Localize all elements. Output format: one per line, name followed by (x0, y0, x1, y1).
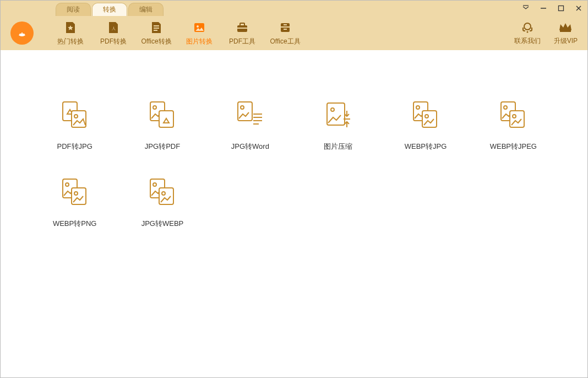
svg-point-43 (504, 106, 507, 109)
menu-icon[interactable] (520, 3, 531, 14)
func-label: JPG转PDF (145, 142, 180, 152)
tab-convert[interactable]: 转换 (92, 3, 127, 16)
func-webp-to-jpeg[interactable]: WEBP转JPEG (472, 100, 554, 152)
jpg-to-word-icon (235, 100, 265, 131)
func-image-compress[interactable]: 图片压缩 (297, 100, 379, 152)
toolbar-label: 热门转换 (57, 37, 84, 46)
toolbar-right: 联系我们 升级VIP (514, 20, 578, 46)
toolbar-office-convert[interactable]: Office转换 (135, 20, 178, 46)
func-jpg-to-webp[interactable]: JPG转WEBP (121, 177, 203, 229)
svg-rect-18 (284, 24, 287, 25)
svg-point-39 (416, 106, 420, 109)
svg-point-30 (241, 106, 244, 109)
func-label: JPG转WEBP (141, 219, 184, 229)
tab-read[interactable]: 阅读 (56, 3, 91, 16)
webp-to-jpeg-icon (498, 100, 529, 131)
toolbar-hot-convert[interactable]: 热门转换 (49, 20, 92, 46)
toolbar-left: 热门转换 人 PDF转换 Office转换 图片转换 PDF工具 Office工… (10, 20, 307, 46)
svg-rect-19 (284, 29, 287, 30)
func-label: 图片压缩 (324, 142, 352, 152)
toolbar-pdf-tool[interactable]: PDF工具 (221, 20, 264, 46)
image-compress-icon (323, 100, 353, 131)
vip-label: 升级VIP (554, 36, 578, 46)
svg-text:人: 人 (112, 26, 116, 31)
toolbar-pdf-convert[interactable]: 人 PDF转换 (92, 20, 135, 46)
svg-rect-17 (281, 26, 290, 28)
maximize-icon[interactable] (556, 3, 567, 14)
func-jpg-to-word[interactable]: JPG转Word (209, 100, 291, 152)
webp-to-png-icon (59, 177, 90, 208)
tab-edit[interactable]: 编辑 (128, 3, 164, 16)
webp-to-jpg-icon (410, 100, 441, 131)
svg-point-6 (23, 33, 24, 34)
toolbar-label: Office工具 (270, 37, 300, 46)
toolbar-label: Office转换 (141, 37, 171, 46)
svg-point-47 (66, 183, 69, 186)
func-pdf-to-jpg[interactable]: PDF转JPG (34, 100, 116, 152)
toolbar-label: PDF转换 (100, 37, 127, 46)
svg-point-36 (331, 108, 334, 111)
svg-point-21 (526, 31, 528, 33)
jpg-to-webp-icon (147, 177, 178, 208)
office-file-icon (149, 20, 164, 35)
func-label: JPG转Word (231, 142, 269, 152)
svg-point-5 (20, 33, 21, 34)
func-label: PDF转JPG (57, 142, 92, 152)
star-file-icon (63, 20, 78, 35)
func-jpg-to-pdf[interactable]: JPG转PDF (121, 100, 203, 152)
toolbar-office-tool[interactable]: Office工具 (264, 20, 307, 46)
headset-icon (520, 20, 535, 35)
contact-us-button[interactable]: 联系我们 (514, 20, 541, 46)
func-webp-to-png[interactable]: WEBP转PNG (34, 177, 116, 229)
minimize-icon[interactable] (538, 3, 549, 14)
svg-point-51 (153, 183, 156, 186)
svg-rect-8 (154, 25, 159, 26)
svg-point-12 (197, 25, 199, 28)
contact-label: 联系我们 (514, 36, 541, 46)
function-grid: PDF转JPG JPG转PDF (34, 100, 554, 229)
toolbar-label: 图片转换 (186, 37, 213, 46)
toolbar-image-convert[interactable]: 图片转换 (178, 20, 221, 46)
toolbar-label: PDF工具 (229, 37, 255, 46)
func-webp-to-jpg[interactable]: WEBP转JPG (384, 100, 466, 152)
cabinet-icon (278, 20, 292, 35)
svg-rect-14 (240, 23, 244, 26)
pdf-to-jpg-icon (59, 100, 90, 131)
svg-rect-15 (237, 28, 247, 29)
main-toolbar: 热门转换 人 PDF转换 Office转换 图片转换 PDF工具 Office工… (1, 16, 587, 50)
crown-icon (558, 20, 573, 35)
pdf-file-icon: 人 (106, 20, 121, 35)
func-label: WEBP转JPEG (490, 142, 537, 152)
top-tab-strip: 阅读 转换 编辑 (1, 1, 587, 16)
svg-point-27 (153, 106, 156, 109)
image-file-icon (192, 20, 206, 35)
func-label: WEBP转JPG (405, 142, 447, 152)
svg-rect-1 (559, 6, 564, 11)
upgrade-vip-button[interactable]: 升级VIP (554, 20, 578, 46)
app-logo[interactable] (10, 21, 34, 45)
jpg-to-pdf-icon (147, 100, 178, 131)
window-controls (520, 3, 584, 14)
svg-rect-10 (154, 30, 157, 31)
main-area: PDF转JPG JPG转PDF (1, 50, 587, 377)
svg-rect-22 (560, 30, 571, 32)
toolbox-icon (235, 20, 249, 35)
func-label: WEBP转PNG (53, 219, 96, 229)
svg-rect-9 (154, 28, 159, 29)
svg-point-20 (524, 23, 531, 30)
close-icon[interactable] (573, 3, 584, 14)
